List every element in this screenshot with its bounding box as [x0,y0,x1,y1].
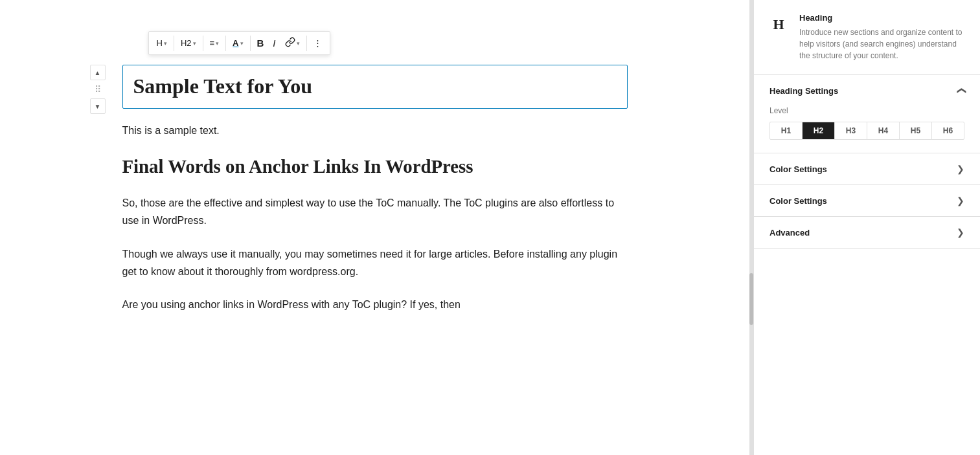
heading-level-label: H2 [181,38,192,48]
paragraph-block-3[interactable]: Though we always use it manually, you ma… [122,245,628,280]
italic-icon: I [273,38,275,49]
level-h6-button[interactable]: H6 [932,122,964,139]
scroll-thumb[interactable] [749,273,753,325]
paragraph-block-4[interactable]: Are you using anchor links in WordPress … [122,296,628,313]
toolbar-divider-2 [203,36,203,51]
paragraph-block-1[interactable]: This is a sample text. [122,122,628,139]
level-h1-button[interactable]: H1 [770,122,803,139]
heading-settings-title: Heading Settings [769,86,838,96]
more-options-button[interactable]: ⋮ [310,36,326,50]
more-options-icon: ⋮ [313,38,322,48]
paragraph-text-4[interactable]: Are you using anchor links in WordPress … [122,296,628,313]
block-controls: ▲ ⠿ ▼ [90,65,106,114]
color-settings-chevron-2: ❯ [957,195,964,206]
color-settings-header-2[interactable]: Color Settings ❯ [754,185,980,216]
text-color-chevron: ▾ [240,40,244,47]
color-settings-title-2: Color Settings [769,196,827,206]
italic-button[interactable]: I [269,35,279,51]
color-settings-header-1[interactable]: Color Settings ❯ [754,153,980,184]
heading-text[interactable]: Sample Text for You [133,73,617,100]
paragraph-text-3[interactable]: Though we always use it manually, you ma… [122,245,628,280]
level-buttons: H1 H2 H3 H4 H5 H6 [769,122,964,140]
editor-area[interactable]: ▲ ⠿ ▼ H ▾ H2 ▾ ≡ ▾ A ▾ [0,0,749,455]
link-icon [285,37,295,49]
move-up-button[interactable]: ▲ [90,65,106,80]
heading-block-2[interactable]: Final Words on Anchor Links In WordPress [122,155,628,179]
level-h5-button[interactable]: H5 [900,122,932,139]
right-sidebar: H Heading Introduce new sections and org… [753,0,980,455]
advanced-chevron: ❯ [957,227,964,238]
move-down-button[interactable]: ▼ [90,98,106,114]
level-h3-button[interactable]: H3 [835,122,867,139]
paragraph-text-2[interactable]: So, those are the effective and simplest… [122,194,628,229]
heading-settings-header[interactable]: Heading Settings ❯ [754,75,980,106]
heading-settings-content: Level H1 H2 H3 H4 H5 H6 [754,106,980,153]
align-icon: ≡ [210,38,215,48]
color-settings-panel-2: Color Settings ❯ [754,185,980,217]
block-info: H Heading Introduce new sections and org… [754,0,980,75]
heading-level-chevron: ▾ [193,40,196,47]
block-icon: H [773,16,784,33]
color-settings-chevron-1: ❯ [957,164,964,174]
toolbar-divider-4 [250,36,251,51]
heading-settings-panel: Heading Settings ❯ Level H1 H2 H3 H4 H5 … [754,75,980,153]
level-label: Level [769,106,964,115]
toolbar-divider-3 [225,36,226,51]
heading-settings-chevron: ❯ [955,87,966,94]
level-h4-button[interactable]: H4 [867,122,900,139]
toolbar-divider-5 [306,36,307,51]
toolbar-divider-1 [174,36,174,51]
heading-type-label: H [157,38,163,48]
block-icon-wrapper: H [767,13,790,36]
level-h2-button[interactable]: H2 [803,122,835,139]
drag-handle[interactable]: ⠿ [90,82,106,97]
block-toolbar: H ▾ H2 ▾ ≡ ▾ A ▾ B I [148,31,330,55]
paragraph-block-2[interactable]: So, those are the effective and simplest… [122,194,628,229]
heading-text-2[interactable]: Final Words on Anchor Links In WordPress [122,155,628,179]
block-title: Heading [799,13,964,23]
bold-icon: B [257,38,264,49]
advanced-title: Advanced [769,228,810,238]
scroll-indicator [749,0,753,455]
paragraph-text-1[interactable]: This is a sample text. [122,122,628,139]
color-settings-panel-1: Color Settings ❯ [754,153,980,185]
bold-button[interactable]: B [253,35,268,51]
advanced-header[interactable]: Advanced ❯ [754,217,980,248]
heading-type-chevron: ▾ [164,40,167,47]
color-settings-title-1: Color Settings [769,164,827,174]
block-info-text: Heading Introduce new sections and organ… [799,13,964,61]
text-color-icon: A [233,38,238,48]
block-description: Introduce new sections and organize cont… [799,27,964,61]
advanced-panel: Advanced ❯ [754,217,980,249]
align-chevron: ▾ [216,40,219,47]
text-color-button[interactable]: A ▾ [229,36,247,50]
heading-block[interactable]: Sample Text for You [122,65,628,109]
link-chevron: ▾ [297,40,300,47]
heading-type-button[interactable]: H ▾ [153,36,171,50]
align-button[interactable]: ≡ ▾ [206,36,223,50]
link-button[interactable]: ▾ [281,34,304,52]
heading-level-button[interactable]: H2 ▾ [177,36,200,50]
